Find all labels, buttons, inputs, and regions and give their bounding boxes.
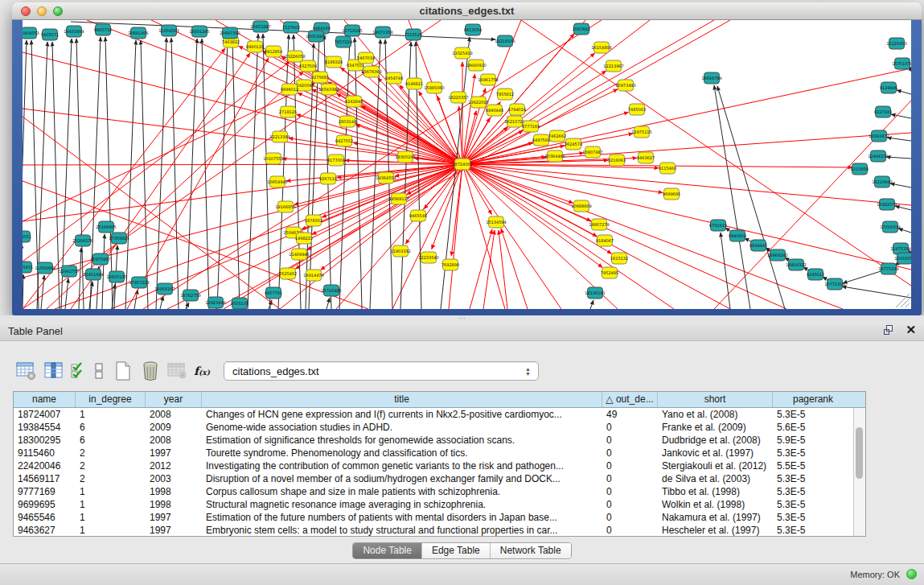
- table-scrollbar-thumb[interactable]: [856, 427, 863, 479]
- function-builder-button[interactable]: f(x): [191, 358, 212, 384]
- cell-in_degree[interactable]: 1: [76, 408, 146, 421]
- graph-node-teal[interactable]: 10653287: [250, 21, 270, 32]
- graph-node-yellow[interactable]: 18724007: [452, 159, 472, 170]
- graph-node-teal[interactable]: 16210643: [872, 176, 892, 187]
- network-canvas[interactable]: 1872400774638228960128891295423226058932…: [23, 20, 911, 309]
- graph-node-teal[interactable]: 12444159: [868, 150, 888, 162]
- cell-out_degree[interactable]: 0: [602, 498, 658, 511]
- cell-in_degree[interactable]: 1: [76, 498, 146, 511]
- show-columns-button[interactable]: [40, 358, 68, 384]
- cell-in_degree[interactable]: 6: [76, 434, 146, 447]
- cell-name[interactable]: 18300295: [14, 434, 76, 447]
- graph-node-yellow[interactable]: 11409948: [289, 249, 309, 260]
- table-row[interactable]: 2242004622012Investigating the contribut…: [14, 459, 853, 472]
- graph-node-yellow[interactable]: 9242848: [345, 96, 363, 107]
- cell-name[interactable]: 19384554: [14, 421, 76, 434]
- float-panel-icon[interactable]: [883, 324, 894, 336]
- graph-node-yellow[interactable]: 18807279: [589, 219, 609, 230]
- graph-node-teal[interactable]: 12942757: [59, 266, 79, 277]
- cell-year[interactable]: 2008: [146, 434, 202, 447]
- graph-node-yellow[interactable]: 7692890: [441, 259, 459, 270]
- cell-in_degree[interactable]: 6: [76, 421, 146, 434]
- graph-node-yellow[interactable]: 16154808: [591, 42, 611, 53]
- graph-node-teal[interactable]: 11568669: [35, 262, 55, 274]
- cell-name[interactable]: 9463627: [14, 524, 76, 536]
- cell-title[interactable]: Changes of HCN gene expression and I(f) …: [202, 408, 602, 421]
- graph-node-yellow[interactable]: 9896012: [281, 84, 298, 95]
- graph-node-teal[interactable]: 12923446: [205, 297, 225, 308]
- graph-node-yellow[interactable]: 9267110: [319, 173, 337, 184]
- graph-node-teal[interactable]: 18433454: [64, 26, 84, 37]
- cell-short[interactable]: de Silva et al. (2003): [658, 472, 773, 485]
- graph-node-teal[interactable]: 17957223: [129, 277, 149, 288]
- column-header-title[interactable]: title: [202, 392, 602, 407]
- graph-node-yellow[interactable]: 18640910: [466, 60, 486, 71]
- graph-node-yellow[interactable]: 9327508: [299, 60, 317, 72]
- graph-node-teal[interactable]: 3915931: [23, 262, 33, 273]
- memory-status-icon[interactable]: [906, 569, 917, 579]
- graph-node-teal[interactable]: 5405571: [41, 29, 59, 40]
- cell-short[interactable]: Hescheler et al. (1997): [658, 524, 773, 536]
- graph-node-teal[interactable]: 20697350: [220, 27, 240, 39]
- graph-node-teal[interactable]: 20206576: [72, 235, 92, 246]
- graph-node-yellow[interactable]: 9275685: [311, 72, 329, 83]
- row-height-button[interactable]: [88, 358, 109, 384]
- graph-node-teal[interactable]: 13505135: [106, 271, 126, 282]
- table-scrollbar[interactable]: [853, 408, 865, 536]
- graph-node-teal[interactable]: 15716485: [321, 285, 341, 296]
- cell-year[interactable]: 2003: [146, 472, 202, 485]
- cell-pagerank[interactable]: 5.3E-5: [773, 472, 853, 485]
- graph-node-teal[interactable]: 14671358: [372, 27, 392, 38]
- graph-node-yellow[interactable]: 3624574: [565, 138, 582, 150]
- column-header-pagerank[interactable]: pagerank: [773, 392, 853, 407]
- graph-node-yellow[interactable]: 16961758: [478, 74, 498, 85]
- graph-node-teal[interactable]: 10772319: [824, 278, 844, 290]
- graph-node-teal[interactable]: 16648784: [701, 72, 721, 84]
- cell-title[interactable]: Genome-wide association studies in ADHD.: [202, 421, 602, 434]
- cell-year[interactable]: 2008: [146, 408, 202, 421]
- table-row[interactable]: 1456911722003Disruption of a novel membe…: [14, 472, 853, 485]
- cell-name[interactable]: 22420046: [14, 459, 76, 472]
- graph-node-teal[interactable]: 9865732: [94, 24, 112, 35]
- cell-short[interactable]: Yano et al. (2008): [658, 408, 773, 421]
- table-row[interactable]: 911546021997Tourette syndrome. Phenomeno…: [14, 447, 853, 459]
- graph-node-yellow[interactable]: 15885060: [424, 82, 444, 93]
- graph-node-teal[interactable]: 15751074: [892, 58, 911, 69]
- graph-node-yellow[interactable]: 10654945: [267, 176, 287, 187]
- cell-pagerank[interactable]: 5.3E-5: [773, 511, 853, 524]
- graph-node-teal[interactable]: 19218506: [495, 35, 515, 47]
- cell-out_degree[interactable]: 0: [602, 459, 658, 472]
- graph-node-yellow[interactable]: 19166855: [275, 201, 295, 212]
- cell-title[interactable]: Estimation of significance thresholds fo…: [202, 434, 602, 447]
- table-row[interactable]: 946554611997Estimation of the future num…: [14, 511, 853, 524]
- cell-pagerank[interactable]: 5.5E-5: [773, 459, 853, 472]
- cell-in_degree[interactable]: 2: [76, 472, 146, 485]
- graph-node-teal[interactable]: 16775334: [878, 263, 898, 274]
- graph-node-yellow[interactable]: 19384554: [376, 172, 396, 183]
- graph-node-yellow[interactable]: 8454749: [385, 72, 403, 84]
- graph-node-yellow[interactable]: 10973493: [615, 80, 635, 91]
- cell-year[interactable]: 1998: [146, 485, 202, 498]
- graph-node-yellow[interactable]: 16543382: [318, 84, 339, 95]
- cell-out_degree[interactable]: 0: [602, 421, 658, 434]
- cell-year[interactable]: 1997: [146, 511, 202, 524]
- cell-name[interactable]: 14569117: [14, 472, 76, 485]
- graph-node-teal[interactable]: 9245012: [807, 269, 824, 280]
- graph-node-yellow[interactable]: 20364486: [544, 150, 565, 162]
- graph-node-teal[interactable]: 10975887: [90, 253, 110, 265]
- graph-node-teal[interactable]: 12033054: [894, 253, 911, 264]
- graph-node-yellow[interactable]: 2718126: [279, 106, 297, 117]
- cell-title[interactable]: Corpus callosum shape and size in male p…: [202, 485, 602, 498]
- cell-out_degree[interactable]: 0: [602, 524, 658, 536]
- graph-node-yellow[interactable]: 6794024: [508, 104, 526, 115]
- graph-node-teal[interactable]: 6791910: [709, 220, 727, 231]
- graph-node-teal[interactable]: 10719185: [342, 25, 362, 36]
- cell-pagerank[interactable]: 5.6E-5: [773, 421, 853, 434]
- cell-title[interactable]: Embryonic stem cells: a model to study s…: [202, 524, 602, 536]
- table-row[interactable]: 977716911998Corpus callosum shape and si…: [14, 485, 853, 498]
- graph-node-teal[interactable]: 17359924: [109, 233, 129, 244]
- column-header-out_de[interactable]: △ out_de...: [602, 392, 658, 407]
- graph-node-teal[interactable]: 11004563: [158, 25, 179, 36]
- graph-node-yellow[interactable]: 9146821: [405, 78, 423, 89]
- new-column-button[interactable]: [109, 358, 137, 384]
